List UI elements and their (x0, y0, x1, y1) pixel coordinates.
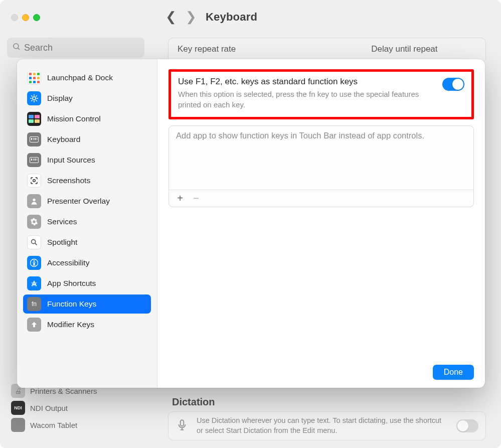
svg-rect-2 (181, 420, 184, 426)
remove-app-button[interactable]: − (189, 193, 203, 205)
svg-point-0 (14, 44, 19, 49)
sidebar-item-label: Accessibility (47, 258, 89, 267)
sidebar-item-label: Spotlight (47, 238, 77, 247)
sidebar-item-label: Services (47, 217, 77, 226)
launchpad-icon (27, 71, 41, 85)
svg-point-5 (33, 97, 36, 100)
keyboard-icon (27, 132, 41, 146)
sidebar-item-services[interactable]: Services (23, 212, 151, 231)
modifier-keys-icon (27, 318, 41, 332)
key-repeat-rate-label: Key repeat rate (178, 44, 236, 54)
sidebar-item[interactable]: ✎ Wacom Tablet (8, 416, 100, 433)
sidebar-item-app-shortcuts[interactable]: App Shortcuts (23, 274, 151, 293)
svg-line-12 (32, 100, 33, 101)
sidebar-item-display[interactable]: Display (23, 89, 151, 108)
svg-line-10 (32, 96, 33, 97)
zoom-window-button[interactable] (33, 14, 40, 21)
sidebar-item-keyboard[interactable]: Keyboard (23, 130, 151, 149)
close-window-button[interactable] (11, 14, 18, 21)
sidebar-item-screenshots[interactable]: Screenshots (23, 171, 151, 190)
mission-control-icon (27, 112, 41, 126)
delay-until-repeat-label: Delay until repeat (371, 44, 437, 54)
svg-point-16 (32, 240, 36, 244)
window-traffic-lights (11, 14, 40, 21)
presenter-overlay-icon (27, 194, 41, 208)
sidebar-item-label: Input Sources (47, 156, 95, 165)
touch-bar-apps-panel: Add app to show function keys in Touch B… (169, 125, 474, 207)
svg-point-15 (33, 199, 35, 201)
apps-list-empty (169, 145, 473, 190)
sidebar-item-label: Mission Control (47, 114, 101, 123)
sidebar-item-presenter-overlay[interactable]: Presenter Overlay (23, 192, 151, 211)
services-icon (27, 215, 41, 229)
svg-point-19 (34, 260, 35, 262)
fn-toggle-title: Use F1, F2, etc. keys as standard functi… (178, 77, 434, 87)
dictation-toggle[interactable] (456, 419, 478, 432)
dictation-section-title: Dictation (172, 396, 215, 408)
sidebar-item[interactable]: NDI NDI Output (8, 399, 100, 416)
done-button[interactable]: Done (433, 365, 474, 380)
minimize-window-button[interactable] (22, 14, 29, 21)
svg-line-11 (36, 100, 37, 101)
display-icon (27, 91, 41, 105)
modal-sidebar: Launchpad & Dock Display Mission Control… (17, 59, 157, 388)
sidebar-item-modifier-keys[interactable]: Modifier Keys (23, 315, 151, 334)
fn-standard-keys-toggle[interactable] (442, 78, 464, 91)
minus-icon: − (193, 193, 199, 204)
sidebar-item-label: Display (47, 94, 73, 103)
add-app-button[interactable]: + (173, 193, 187, 205)
keyboard-rate-panel: Key repeat rate Delay until repeat (168, 38, 486, 60)
function-keys-toggle-panel: Use F1, F2, etc. keys as standard functi… (169, 69, 474, 119)
ndi-icon: NDI (11, 401, 25, 415)
spotlight-icon (27, 235, 41, 249)
sidebar-item-label: Keyboard (47, 135, 80, 144)
sidebar-item-spotlight[interactable]: Spotlight (23, 233, 151, 252)
apps-placeholder-text: Add app to show function keys in Touch B… (169, 126, 473, 145)
function-keys-icon: fn (27, 297, 41, 311)
dictation-panel: Use Dictation wherever you can type text… (168, 411, 486, 440)
search-input[interactable] (24, 43, 139, 53)
modal-main-content: Use F1, F2, etc. keys as standard functi… (157, 59, 485, 388)
sidebar-item-input-sources[interactable]: Input Sources (23, 151, 151, 170)
svg-point-14 (33, 180, 36, 182)
app-shortcuts-icon (27, 276, 41, 290)
sidebar-item-label: App Shortcuts (47, 279, 96, 288)
accessibility-icon (27, 256, 41, 270)
input-sources-icon (27, 153, 41, 167)
svg-line-17 (35, 243, 37, 245)
sidebar-item-label: Presenter Overlay (47, 197, 110, 206)
page-title: Keyboard (206, 11, 257, 24)
search-field-container[interactable] (7, 38, 144, 58)
sidebar-item-label: Wacom Tablet (30, 421, 77, 429)
back-button[interactable]: ❮ (165, 9, 177, 25)
dictation-description: Use Dictation wherever you can type text… (197, 416, 449, 435)
keyboard-shortcuts-modal: Launchpad & Dock Display Mission Control… (17, 59, 485, 388)
svg-line-13 (36, 96, 37, 97)
sidebar-item-label: Function Keys (47, 300, 96, 309)
sidebar-item-label: Screenshots (47, 176, 90, 185)
sidebar-item-label: Launchpad & Dock (47, 73, 113, 82)
sidebar-item-launchpad-dock[interactable]: Launchpad & Dock (23, 68, 151, 87)
background-sidebar-bottom: 🖨 Printers & Scanners NDI NDI Output ✎ W… (8, 382, 100, 433)
microphone-icon (176, 418, 190, 433)
forward-button[interactable]: ❯ (186, 9, 197, 25)
apps-panel-footer: + − (169, 190, 473, 207)
sidebar-item-label: NDI Output (30, 404, 68, 412)
tablet-icon: ✎ (11, 418, 25, 432)
modal-footer: Done (169, 358, 474, 380)
sidebar-item-accessibility[interactable]: Accessibility (23, 253, 151, 272)
sidebar-item-label: Modifier Keys (47, 320, 94, 329)
sidebar-item-mission-control[interactable]: Mission Control (23, 109, 151, 128)
fn-toggle-description: When this option is selected, press the … (178, 89, 434, 110)
header-bar: ❮ ❯ Keyboard (165, 9, 257, 25)
svg-line-1 (18, 48, 20, 50)
search-icon (12, 42, 21, 54)
sidebar-item-function-keys[interactable]: fn Function Keys (23, 294, 151, 314)
plus-icon: + (177, 193, 183, 204)
sidebar-item-label: Printers & Scanners (30, 387, 97, 395)
screenshot-icon (27, 174, 41, 188)
